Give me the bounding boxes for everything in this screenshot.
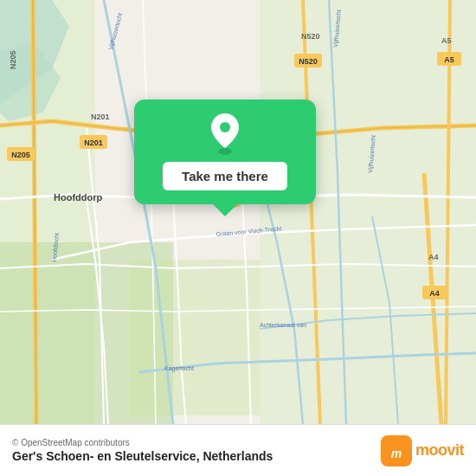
svg-text:Kagertocht: Kagertocht: [164, 365, 194, 372]
footer-bar: © OpenStreetMap contributors Ger's Schoe…: [0, 424, 476, 476]
location-icon-wrapper: [206, 115, 244, 153]
svg-text:A5: A5: [444, 55, 454, 64]
svg-text:N201: N201: [84, 138, 103, 147]
svg-text:N201: N201: [91, 113, 110, 121]
footer-left: © OpenStreetMap contributors Ger's Schoe…: [12, 438, 273, 463]
moovit-logo-icon: m: [381, 435, 412, 466]
svg-text:A4: A4: [429, 289, 440, 298]
copyright-text: © OpenStreetMap contributors: [12, 438, 273, 447]
svg-text:A4: A4: [428, 253, 439, 261]
svg-text:Hoofddorp: Hoofddorp: [54, 192, 102, 203]
svg-point-38: [220, 122, 230, 132]
svg-text:N520: N520: [301, 32, 320, 41]
location-pin-icon: [208, 113, 242, 155]
map-container[interactable]: N205 N201 N520 A5 A4 Hoofddorp Vijfhuize…: [0, 0, 476, 424]
svg-text:A5: A5: [441, 36, 452, 45]
moovit-brand-text: moovit: [415, 441, 464, 460]
popup-card[interactable]: Take me there: [134, 100, 316, 204]
svg-point-37: [218, 148, 232, 155]
svg-rect-6: [130, 260, 260, 415]
svg-text:N520: N520: [299, 57, 318, 66]
map-background: N205 N201 N520 A5 A4 Hoofddorp Vijfhuize…: [0, 0, 476, 424]
svg-text:N205: N205: [11, 151, 30, 159]
svg-text:m: m: [391, 447, 402, 460]
svg-text:Achterkanaal van: Achterkanaal van: [260, 322, 306, 328]
svg-text:N205: N205: [9, 50, 17, 69]
take-me-there-button[interactable]: Take me there: [163, 162, 287, 190]
location-title: Ger's Schoen- en Sleutelservice, Netherl…: [12, 449, 273, 463]
moovit-logo[interactable]: m moovit: [381, 435, 464, 466]
